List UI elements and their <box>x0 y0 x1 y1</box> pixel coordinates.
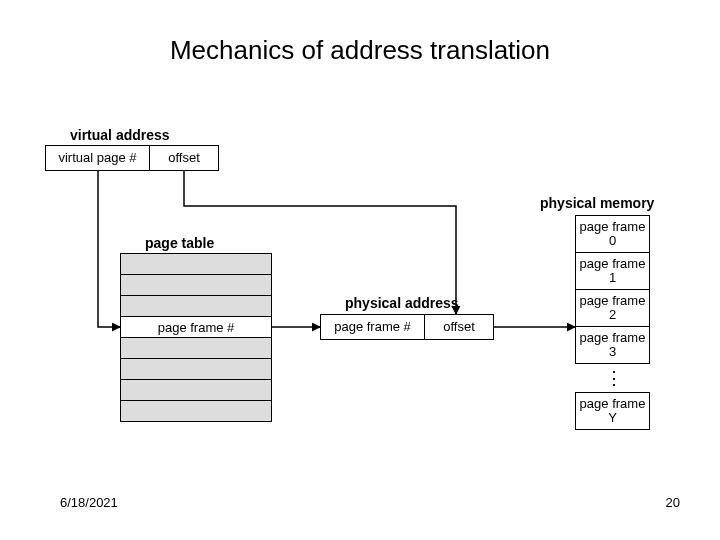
physical-memory-frame: page frame 3 <box>575 326 650 364</box>
page-table-row <box>120 295 272 317</box>
footer-date: 6/18/2021 <box>60 495 118 510</box>
physical-address-label: physical address <box>345 295 459 311</box>
page-table-row-selected: page frame # <box>120 316 272 338</box>
physical-memory-frame: page frame 2 <box>575 289 650 327</box>
virtual-address-label: virtual address <box>70 127 170 143</box>
physical-memory-label: physical memory <box>540 195 654 211</box>
page-table-row <box>120 379 272 401</box>
physical-memory-frame: page frame 1 <box>575 252 650 290</box>
physical-page-frame-cell: page frame # <box>320 314 425 340</box>
page-table-row <box>120 274 272 296</box>
page-table-row <box>120 337 272 359</box>
physical-memory-frame: page frame 0 <box>575 215 650 253</box>
page-table-row <box>120 253 272 275</box>
page-table-row <box>120 358 272 380</box>
physical-memory-frame-last: page frame Y <box>575 392 650 430</box>
footer-page-number: 20 <box>666 495 680 510</box>
virtual-offset-cell: offset <box>149 145 219 171</box>
vertical-ellipsis: ⋮ <box>605 367 621 389</box>
page-title: Mechanics of address translation <box>0 35 720 66</box>
physical-offset-cell: offset <box>424 314 494 340</box>
virtual-page-number-cell: virtual page # <box>45 145 150 171</box>
page-table-row <box>120 400 272 422</box>
page-table-label: page table <box>145 235 214 251</box>
